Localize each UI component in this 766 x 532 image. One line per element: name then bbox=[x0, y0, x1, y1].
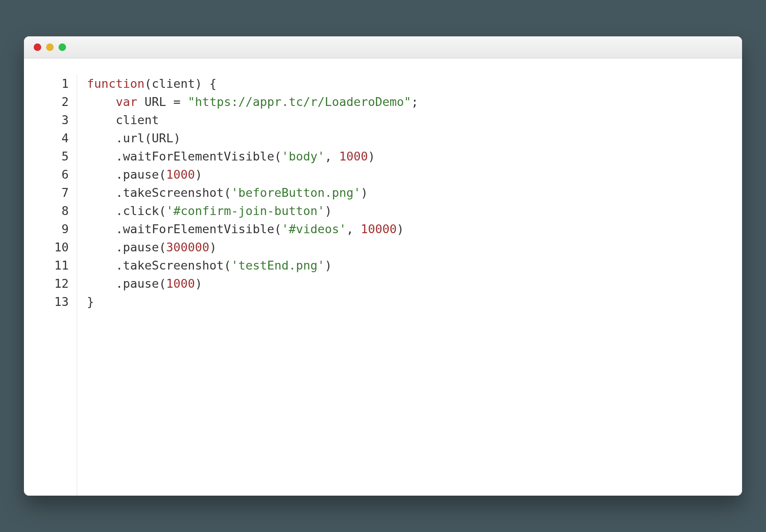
code-token: . bbox=[116, 204, 123, 218]
code-line: .takeScreenshot('beforeButton.png') bbox=[87, 184, 742, 202]
code-token: ( bbox=[159, 204, 166, 218]
code-line: .waitForElementVisible('body', 1000) bbox=[87, 147, 742, 165]
code-token: 'testEnd.png' bbox=[231, 258, 324, 272]
code-token: 'beforeButton.png' bbox=[231, 186, 361, 200]
code-token: ) { bbox=[195, 77, 217, 90]
code-token: ( bbox=[274, 149, 281, 163]
code-token: ) bbox=[195, 168, 202, 181]
line-number: 7 bbox=[24, 184, 69, 202]
code-token: pause bbox=[123, 168, 159, 181]
code-token: , bbox=[324, 149, 339, 163]
code-token: waitForElementVisible bbox=[123, 222, 274, 236]
code-token: . bbox=[116, 240, 123, 254]
code-line: var URL = "https://appr.tc/r/LoaderoDemo… bbox=[87, 93, 742, 111]
code-token: '#videos' bbox=[281, 222, 346, 236]
line-number: 2 bbox=[24, 93, 69, 111]
code-token: pause bbox=[123, 240, 159, 254]
close-icon[interactable] bbox=[34, 43, 41, 51]
code-token: 300000 bbox=[166, 240, 210, 254]
code-token: , bbox=[346, 222, 361, 236]
code-token: url bbox=[123, 131, 145, 145]
code-token: ) bbox=[209, 240, 216, 254]
line-number: 6 bbox=[24, 165, 69, 184]
line-number: 12 bbox=[24, 274, 69, 293]
editor-window: 12345678910111213 function(client) { var… bbox=[24, 36, 742, 496]
line-number: 1 bbox=[24, 74, 69, 93]
code-token: pause bbox=[123, 277, 159, 290]
code-token: 'body' bbox=[281, 149, 325, 163]
code-token: ) bbox=[324, 258, 332, 272]
code-token: 1000 bbox=[166, 277, 195, 290]
code-token: . bbox=[116, 222, 123, 236]
code-token: ( bbox=[159, 168, 166, 181]
code-token: ( bbox=[145, 131, 152, 145]
code-token: = bbox=[173, 95, 188, 109]
code-token: takeScreenshot bbox=[123, 186, 224, 200]
code-line: .pause(300000) bbox=[87, 238, 742, 256]
code-token: function bbox=[87, 77, 145, 90]
code-token: ) bbox=[368, 149, 375, 163]
line-number: 3 bbox=[24, 111, 69, 129]
code-line: .pause(1000) bbox=[87, 274, 742, 293]
code-token: 10000 bbox=[361, 222, 397, 236]
code-line: .click('#confirm-join-button') bbox=[87, 202, 742, 220]
code-line: .waitForElementVisible('#videos', 10000) bbox=[87, 220, 742, 238]
code-token: 1000 bbox=[339, 149, 368, 163]
code-token: ; bbox=[411, 95, 418, 109]
code-line: client bbox=[87, 111, 742, 129]
code-token: ( bbox=[224, 258, 231, 272]
code-token: URL bbox=[152, 131, 173, 145]
code-line: .pause(1000) bbox=[87, 165, 742, 184]
code-token: var bbox=[116, 95, 137, 109]
line-number: 13 bbox=[24, 293, 69, 311]
code-content[interactable]: function(client) { var URL = "https://ap… bbox=[77, 74, 742, 496]
code-token: ) bbox=[361, 186, 368, 200]
code-token: click bbox=[123, 204, 159, 218]
code-editor[interactable]: 12345678910111213 function(client) { var… bbox=[24, 59, 742, 496]
maximize-icon[interactable] bbox=[59, 43, 66, 51]
code-token: . bbox=[116, 277, 123, 290]
code-token: . bbox=[116, 131, 123, 145]
code-token: ( bbox=[159, 240, 166, 254]
code-token: . bbox=[116, 186, 123, 200]
code-token: . bbox=[116, 149, 123, 163]
code-token: ) bbox=[397, 222, 404, 236]
code-line: function(client) { bbox=[87, 74, 742, 93]
code-token: } bbox=[87, 295, 94, 309]
code-token: ) bbox=[173, 131, 180, 145]
titlebar bbox=[24, 36, 742, 59]
minimize-icon[interactable] bbox=[46, 43, 54, 51]
code-line: .takeScreenshot('testEnd.png') bbox=[87, 256, 742, 274]
code-token: takeScreenshot bbox=[123, 258, 224, 272]
code-line: .url(URL) bbox=[87, 129, 742, 147]
code-token: ) bbox=[195, 277, 202, 290]
code-token: waitForElementVisible bbox=[123, 149, 274, 163]
code-token: ( bbox=[274, 222, 281, 236]
code-token: client bbox=[116, 113, 159, 127]
code-token: '#confirm-join-button' bbox=[166, 204, 325, 218]
code-token: ( bbox=[224, 186, 231, 200]
line-number: 9 bbox=[24, 220, 69, 238]
code-token: 1000 bbox=[166, 168, 195, 181]
line-number: 11 bbox=[24, 256, 69, 274]
code-token: . bbox=[116, 258, 123, 272]
line-number: 10 bbox=[24, 238, 69, 256]
code-token: . bbox=[116, 168, 123, 181]
line-number: 8 bbox=[24, 202, 69, 220]
code-token: ( bbox=[145, 77, 152, 90]
code-token: client bbox=[152, 77, 195, 90]
line-number-gutter: 12345678910111213 bbox=[24, 74, 77, 496]
code-token: ) bbox=[324, 204, 332, 218]
code-line: } bbox=[87, 293, 742, 311]
code-token: ( bbox=[159, 277, 166, 290]
code-token: URL bbox=[137, 95, 173, 109]
line-number: 4 bbox=[24, 129, 69, 147]
line-number: 5 bbox=[24, 147, 69, 165]
code-token: "https://appr.tc/r/LoaderoDemo" bbox=[188, 95, 411, 109]
